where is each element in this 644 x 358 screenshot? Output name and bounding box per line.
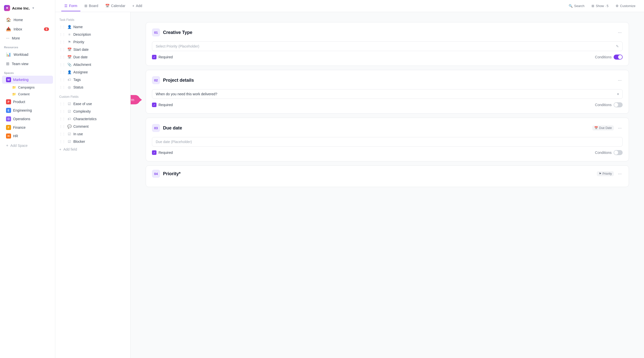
drag-icon[interactable]: ⋮⋮: [59, 55, 65, 59]
show-button[interactable]: ⊞ Show · 5: [589, 3, 611, 9]
sidebar-item-hr[interactable]: H HR: [2, 132, 53, 140]
drag-icon[interactable]: ⋮⋮: [59, 110, 65, 113]
card-input-2[interactable]: When do you need this work delivered? ▾: [152, 89, 623, 99]
tab-board[interactable]: ⊞ Board: [81, 1, 101, 11]
required-checkbox-3[interactable]: ✓: [152, 150, 156, 155]
tab-calendar[interactable]: 📅 Calendar: [102, 1, 128, 11]
card-header-2: 02 Project details ···: [152, 76, 623, 84]
check-icon: ☑: [67, 109, 71, 113]
spaces-label: Spaces: [0, 68, 55, 75]
field-attachment[interactable]: ⋮⋮ 📎 Attachment: [55, 61, 130, 68]
drag-icon[interactable]: ⋮⋮: [59, 25, 65, 29]
field-status[interactable]: ⋮⋮ ◎ Status: [55, 83, 130, 91]
customize-button[interactable]: ⚙ Customize: [613, 3, 638, 9]
field-priority[interactable]: ⋮⋮ ⚑ Priority: [55, 38, 130, 46]
field-ease-of-use[interactable]: ⋮⋮ ☑ Ease of use: [55, 100, 130, 108]
sidebar-item-product[interactable]: P Product: [2, 98, 53, 106]
sidebar-item-campaigns[interactable]: 📁 Campaigns: [2, 84, 53, 91]
folder-icon: 📁: [12, 85, 16, 89]
field-due-date[interactable]: ⋮⋮ 📅 Due date: [55, 53, 130, 61]
drag-icon[interactable]: ⋮⋮: [59, 117, 65, 121]
field-assignee[interactable]: ⋮⋮ 👤 Assignee: [55, 68, 130, 76]
card-menu-button-2[interactable]: ···: [617, 77, 623, 84]
field-label: Characteristics: [73, 117, 97, 121]
sidebar-item-teamview[interactable]: ⊞ Team view: [2, 59, 53, 68]
field-blocker[interactable]: ⋮⋮ ☑ Blocker: [55, 138, 130, 145]
card-title-1: Creative Type: [163, 30, 614, 35]
field-name[interactable]: ⋮⋮ 👤 Name: [55, 23, 130, 31]
flag-icon-4: ⚑: [599, 172, 602, 175]
drag-icon[interactable]: ⋮⋮: [59, 140, 65, 143]
main-area: ☰ Form ⊞ Board 📅 Calendar + Add 🔍 Search…: [55, 0, 644, 358]
add-space-button[interactable]: + Add Space: [2, 141, 53, 150]
sidebar-item-inbox[interactable]: 📥 Inbox 9: [2, 25, 53, 33]
app-logo[interactable]: ✳ Acme Inc. ▾: [0, 3, 55, 15]
sidebar-item-content[interactable]: 📁 Content: [2, 91, 53, 97]
drag-icon[interactable]: ⋮⋮: [59, 33, 65, 36]
card-menu-button-1[interactable]: ···: [617, 29, 623, 36]
field-in-use[interactable]: ⋮⋮ ☑ In use: [55, 130, 130, 138]
field-complexity[interactable]: ⋮⋮ ☑ Complexity: [55, 108, 130, 115]
sidebar-item-more[interactable]: ··· More: [2, 34, 53, 42]
conditions-toggle-2[interactable]: [614, 102, 623, 107]
field-label: Due date: [73, 55, 88, 59]
card-input-3[interactable]: Due date (Placeholder): [152, 137, 623, 147]
card-menu-button-4[interactable]: ···: [617, 170, 623, 177]
drag-icon[interactable]: ⋮⋮: [59, 40, 65, 44]
workload-icon: 📊: [6, 52, 11, 57]
sidebar-item-label: Inbox: [14, 27, 22, 31]
card-title-3: Due date: [163, 125, 589, 131]
sidebar-item-finance[interactable]: F Finance: [2, 123, 53, 131]
sidebar-item-label: Engineering: [13, 108, 32, 112]
field-characteristics[interactable]: ⋮⋮ 🏷 Characteristics: [55, 115, 130, 123]
field-description[interactable]: ⋮⋮ ≡ Description: [55, 31, 130, 38]
field-comment[interactable]: ⋮⋮ 💬 Comment: [55, 123, 130, 130]
conditions-toggle-1[interactable]: [614, 55, 623, 60]
card-input-1[interactable]: Select Priority (Placeholder) ✎: [152, 41, 623, 51]
field-tags[interactable]: ⋮⋮ 🏷 Tags: [55, 76, 130, 83]
card-number-3: 03: [152, 124, 160, 132]
more-icon: ···: [6, 36, 9, 40]
sidebar-item-label: Marketing: [13, 78, 28, 82]
drag-icon[interactable]: ⋮⋮: [59, 70, 65, 74]
tab-add[interactable]: + Add: [129, 1, 145, 11]
field-start-date[interactable]: ⋮⋮ 📅 Start date: [55, 46, 130, 53]
drag-icon[interactable]: ⋮⋮: [59, 132, 65, 136]
drag-icon[interactable]: ⋮⋮: [59, 78, 65, 81]
engineering-avatar: E: [6, 108, 11, 113]
field-label: Priority: [73, 40, 84, 44]
drag-icon[interactable]: ⋮⋮: [59, 48, 65, 51]
sidebar-item-engineering[interactable]: E Engineering: [2, 106, 53, 114]
field-label: Start date: [73, 48, 89, 52]
conditions-toggle-3[interactable]: [614, 150, 623, 155]
sidebar-item-marketing[interactable]: M Marketing: [2, 76, 53, 84]
required-checkbox-1[interactable]: ✓: [152, 55, 156, 59]
operations-avatar: O: [6, 116, 11, 121]
show-icon: ⊞: [592, 4, 594, 8]
drag-icon[interactable]: ⋮⋮: [59, 102, 65, 106]
conditions-label-2: Conditions: [595, 103, 612, 107]
tab-label: Add: [136, 4, 142, 8]
card-menu-button-3[interactable]: ···: [617, 124, 623, 132]
field-label: In use: [73, 132, 83, 136]
drag-icon[interactable]: ⋮⋮: [59, 85, 65, 89]
add-field-button[interactable]: + Add field: [55, 145, 130, 153]
conditions-label-1: Conditions: [595, 55, 612, 59]
input-placeholder-2: When do you need this work delivered?: [156, 92, 217, 96]
plus-icon: +: [59, 147, 61, 151]
sidebar-item-workload[interactable]: 📊 Workload: [2, 50, 53, 59]
search-button[interactable]: 🔍 Search: [566, 3, 587, 9]
comment-icon: 💬: [67, 124, 71, 128]
sidebar-item-home[interactable]: 🏠 Home: [2, 15, 53, 24]
card-footer-1: ✓ Required Conditions: [152, 55, 623, 60]
tooltip-text: Building a custom form: [131, 98, 134, 102]
hr-avatar: H: [6, 133, 11, 139]
sidebar-item-operations[interactable]: O Operations: [2, 115, 53, 123]
drag-icon[interactable]: ⋮⋮: [59, 63, 65, 66]
card-header-1: 01 Creative Type ···: [152, 28, 623, 36]
add-field-label: Add field: [63, 147, 77, 151]
required-checkbox-2[interactable]: ✓: [152, 103, 156, 107]
drag-icon[interactable]: ⋮⋮: [59, 125, 65, 128]
field-label: Comment: [73, 124, 89, 128]
tab-form[interactable]: ☰ Form: [61, 1, 80, 11]
